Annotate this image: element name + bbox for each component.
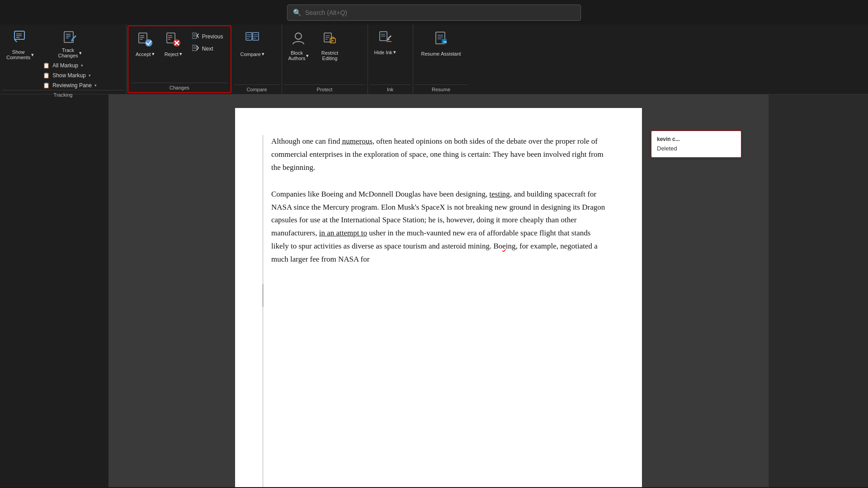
reject-button[interactable]: Reject ▾ [160,28,187,60]
restrict-editing-icon [322,31,337,48]
reviewing-pane-label: Reviewing Pane [52,82,92,89]
hide-ink-chevron: ▾ [393,49,396,55]
reject-icon [165,32,181,49]
ink-group-label: Ink [370,84,411,94]
ribbon-group-tracking: ShowComments ▾ [0,24,127,94]
comment-text: Deleted [657,144,736,154]
compare-items: Compare ▾ [234,27,280,84]
svg-rect-24 [192,45,197,51]
tracking-items: ShowComments ▾ [2,27,124,90]
hide-ink-button[interactable]: Hide Ink ▾ [370,27,401,58]
ribbon-group-ink: Hide Ink ▾ Ink [368,24,413,94]
track-changes-chevron: ▾ [79,50,82,56]
protect-items: BlockAuthors ▾ Restr [284,27,366,84]
svg-rect-21 [192,33,197,38]
show-comments-button[interactable]: ShowComments ▾ [2,27,38,62]
resume-assistant-button[interactable]: in Resume Assistant [415,27,467,60]
ribbon-group-resume: in Resume Assistant Resume [413,24,469,94]
show-markup-chevron: ▾ [89,73,91,78]
accept-button[interactable]: Accept ▾ [131,28,159,60]
search-icon: 🔍 [293,9,302,17]
search-bar-area: 🔍 [0,0,868,24]
reject-chevron: ▾ [179,51,182,57]
next-icon [192,45,199,52]
next-button[interactable]: Next [188,43,228,54]
resume-assistant-label: Resume Assistant [421,51,461,56]
page-margin-bar-middle [262,284,264,307]
compare-label: Compare [241,52,261,57]
accept-label: Accept [136,52,151,57]
accept-icon [137,32,153,49]
show-comments-icon [13,30,28,47]
doc-right-panel [769,94,868,487]
page-content: Although one can find numerous, often he… [235,108,642,487]
comment-bubble[interactable]: kevin c... Deleted [651,131,741,158]
compare-group-label: Compare [234,84,280,94]
all-markup-dropdown[interactable]: 📋 All Markup ▾ [39,61,100,70]
block-authors-chevron: ▾ [306,53,309,59]
track-changes-icon [63,30,77,47]
search-bar[interactable]: 🔍 [287,5,581,21]
page-margin-bar-top [262,135,264,487]
svg-text:in: in [443,40,447,44]
compare-icon [245,31,260,49]
previous-button[interactable]: Previous [188,31,228,42]
tracking-group-label: Tracking [2,90,124,99]
resume-items: in Resume Assistant [415,27,467,84]
ribbon: ShowComments ▾ [0,24,868,94]
changes-items: Accept ▾ [131,28,228,83]
all-markup-label: All Markup [52,62,78,69]
search-input[interactable] [305,9,575,16]
svg-point-35 [295,33,302,39]
previous-label: Previous [202,33,223,40]
all-markup-chevron: ▾ [81,63,83,68]
previous-icon [192,33,199,40]
accept-chevron: ▾ [152,51,155,57]
numerous-word: numerous [342,137,373,145]
ribbon-group-protect: BlockAuthors ▾ Restr [282,24,368,94]
hide-ink-label: Hide Ink [374,50,392,55]
track-changes-label: TrackChanges [58,47,78,58]
compare-chevron: ▾ [262,51,264,57]
boeing-misspell: e [502,242,506,250]
reject-label: Reject [165,52,179,57]
reviewing-pane-button[interactable]: 📋 Reviewing Pane ▾ [39,81,100,90]
next-label: Next [202,46,213,52]
protect-group-label: Protect [284,84,366,94]
paragraph-1-text: Although one can find numerous, often he… [271,135,606,174]
track-changes-button[interactable]: TrackChanges ▾ [39,27,100,60]
paragraph-1: Although one can find numerous, often he… [271,135,606,174]
prev-next-area: Previous Next [188,31,228,54]
show-comments-chevron: ▾ [31,52,34,58]
block-authors-icon [291,31,306,48]
compare-button[interactable]: Compare ▾ [234,27,271,59]
resume-group-label: Resume [415,84,467,94]
show-markup-button[interactable]: 📋 Show Markup ▾ [39,71,100,80]
document-area: Although one can find numerous, often he… [0,94,868,487]
changes-group-label: Changes [131,83,228,92]
restrict-editing-label: RestrictEditing [321,50,338,61]
resume-assistant-icon: in [434,31,449,49]
paragraph-2: Companies like Boeing and McDonnell Doug… [271,188,606,266]
block-authors-button[interactable]: BlockAuthors ▾ [284,27,314,64]
show-markup-label: Show Markup [52,72,85,79]
ribbon-group-compare: Compare ▾ Compare [232,24,282,94]
ink-items: Hide Ink ▾ [370,27,411,84]
doc-page: Although one can find numerous, often he… [108,94,769,487]
reviewing-pane-chevron: ▾ [94,83,97,88]
restrict-editing-button[interactable]: RestrictEditing [314,27,345,64]
svg-point-41 [332,40,334,42]
hide-ink-icon [378,30,392,47]
paragraph-2-text: Companies like Boeing and McDonnell Doug… [271,188,606,266]
ribbon-group-changes: Accept ▾ [127,25,231,93]
svg-rect-0 [14,31,24,39]
block-authors-label: BlockAuthors [288,50,306,61]
comment-author: kevin c... [657,135,736,144]
testing-word: testing [490,190,510,198]
in-an-attempt-to-phrase: in an attempt to [319,229,367,237]
show-comments-label: ShowComments [6,49,30,60]
doc-sidebar-left [0,94,108,487]
